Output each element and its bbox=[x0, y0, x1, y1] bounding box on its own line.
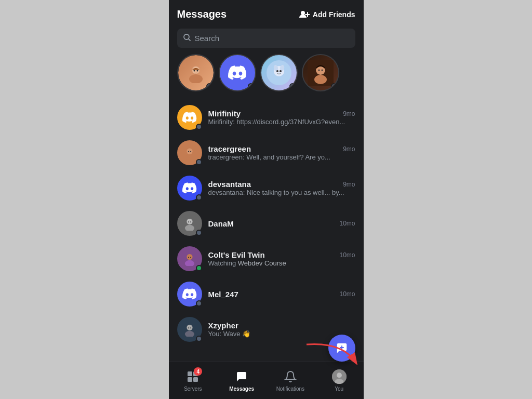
svg-point-28 bbox=[190, 221, 191, 222]
dm-status-dot-colt bbox=[196, 265, 202, 271]
discord-logo-icon bbox=[228, 65, 247, 80]
dm-content-mel: Mel_247 10mo bbox=[208, 290, 355, 299]
story-row bbox=[169, 54, 364, 100]
dm-item-devsantana[interactable]: devsantana 9mo devsantana: Nice talking … bbox=[169, 170, 364, 206]
dm-preview-xzypher: You: Wave 👋 bbox=[208, 330, 355, 338]
add-friends-icon bbox=[299, 10, 310, 19]
phone-container: Messages Add Friends Search bbox=[169, 0, 364, 399]
svg-point-14 bbox=[276, 70, 278, 72]
dm-name-mirifinity: Mirifinity bbox=[208, 109, 241, 118]
svg-point-7 bbox=[192, 66, 200, 74]
nav-label-you: You bbox=[335, 386, 343, 392]
svg-point-20 bbox=[321, 70, 323, 71]
dm-preview-colt-watching: Watching bbox=[208, 259, 236, 267]
dm-name-tracergreen: tracergreen bbox=[208, 144, 251, 153]
svg-point-0 bbox=[301, 11, 305, 15]
page-title: Messages bbox=[177, 8, 227, 20]
search-icon bbox=[183, 34, 191, 43]
dm-avatar-mel bbox=[177, 282, 202, 307]
svg-point-19 bbox=[318, 70, 320, 71]
svg-point-32 bbox=[190, 257, 191, 258]
svg-point-25 bbox=[187, 219, 192, 224]
add-friends-button[interactable]: Add Friends bbox=[299, 10, 355, 19]
dm-preview-colt: Watching Webdev Course bbox=[208, 259, 355, 267]
nav-icon-you bbox=[332, 369, 347, 384]
svg-point-8 bbox=[193, 70, 195, 72]
dm-time-devsantana: 9mo bbox=[343, 181, 355, 188]
nav-item-servers[interactable]: 4 Servers bbox=[177, 369, 208, 392]
dm-content-mirifinity: Mirifinity 9mo Mirifinity: https://disco… bbox=[208, 109, 355, 126]
dm-name-danam: DanaM bbox=[208, 219, 234, 228]
dm-status-dot-danam bbox=[196, 230, 202, 236]
svg-point-23 bbox=[188, 151, 189, 152]
dm-content-devsantana: devsantana 9mo devsantana: Nice talking … bbox=[208, 180, 355, 196]
dm-avatar-xzypher bbox=[177, 317, 202, 342]
nav-icon-messages bbox=[234, 369, 249, 384]
dm-item-danam[interactable]: DanaM 10mo bbox=[169, 206, 364, 241]
nav-item-you[interactable]: You bbox=[324, 369, 355, 392]
dm-status-dot-xzypher bbox=[196, 336, 202, 342]
story-avatar-2[interactable] bbox=[219, 54, 256, 91]
svg-rect-43 bbox=[193, 377, 198, 382]
story-avatar-3[interactable] bbox=[260, 54, 298, 91]
dm-name-colt: Colt's Evil Twin bbox=[208, 250, 265, 259]
svg-rect-40 bbox=[188, 371, 192, 376]
dm-avatar-colt bbox=[177, 246, 202, 271]
svg-point-27 bbox=[188, 221, 189, 222]
svg-point-24 bbox=[190, 151, 191, 152]
dm-item-mirifinity[interactable]: Mirifinity 9mo Mirifinity: https://disco… bbox=[169, 100, 364, 135]
svg-point-30 bbox=[184, 260, 194, 266]
dm-preview-devsantana: devsantana: Nice talking to you as well.… bbox=[208, 189, 355, 196]
dm-status-dot-mel bbox=[196, 300, 202, 307]
add-friends-label: Add Friends bbox=[313, 10, 355, 19]
svg-point-22 bbox=[184, 155, 194, 161]
story-dot-4 bbox=[331, 83, 337, 89]
svg-point-29 bbox=[187, 254, 192, 260]
new-dm-fab[interactable] bbox=[328, 335, 355, 362]
svg-point-9 bbox=[196, 70, 198, 72]
dm-time-mirifinity: 9mo bbox=[343, 110, 355, 117]
dm-time-danam: 10mo bbox=[339, 220, 355, 227]
servers-badge: 4 bbox=[194, 367, 202, 376]
dm-preview-tracergreen: tracergreen: Well, and yourself? Are yo.… bbox=[208, 153, 355, 161]
dm-content-xzypher: Xzypher You: Wave 👋 bbox=[208, 321, 355, 338]
svg-point-18 bbox=[314, 75, 327, 84]
dm-content-colt: Colt's Evil Twin 10mo Watching Webdev Co… bbox=[208, 250, 355, 267]
svg-point-21 bbox=[187, 149, 192, 154]
story-avatar-4[interactable] bbox=[302, 54, 339, 91]
dm-avatar-mirifinity bbox=[177, 105, 202, 130]
dm-item-mel[interactable]: Mel_247 10mo bbox=[169, 276, 364, 312]
svg-rect-42 bbox=[188, 377, 192, 382]
search-placeholder: Search bbox=[195, 34, 220, 43]
nav-item-messages[interactable]: Messages bbox=[226, 369, 257, 392]
header: Messages Add Friends bbox=[169, 0, 364, 24]
dm-avatar-devsantana bbox=[177, 176, 202, 201]
new-dm-icon bbox=[336, 342, 348, 354]
dm-content-tracergreen: tracergreen 9mo tracergreen: Well, and y… bbox=[208, 144, 355, 161]
dm-item-colt[interactable]: Colt's Evil Twin 10mo Watching Webdev Co… bbox=[169, 241, 364, 276]
dm-name-devsantana: devsantana bbox=[208, 180, 251, 189]
dm-time-tracergreen: 9mo bbox=[343, 145, 355, 153]
search-bar[interactable]: Search bbox=[177, 29, 355, 48]
svg-point-26 bbox=[184, 225, 194, 231]
svg-point-33 bbox=[187, 325, 192, 330]
nav-item-notifications[interactable]: Notifications bbox=[275, 369, 306, 392]
dm-name-mel: Mel_247 bbox=[208, 290, 238, 299]
svg-line-4 bbox=[188, 39, 190, 41]
dm-item-tracergreen[interactable]: tracergreen 9mo tracergreen: Well, and y… bbox=[169, 135, 364, 170]
nav-label-servers: Servers bbox=[184, 386, 202, 392]
dm-preview-mirifinity: Mirifinity: https://discord.gg/37NfUvxG?… bbox=[208, 118, 355, 126]
svg-point-45 bbox=[337, 373, 342, 378]
svg-point-15 bbox=[280, 70, 282, 72]
bottom-nav: 4 Servers Messages Notifications bbox=[169, 362, 364, 399]
dm-name-xzypher: Xzypher bbox=[208, 321, 238, 330]
dm-list: Mirifinity 9mo Mirifinity: https://disco… bbox=[169, 100, 364, 362]
story-avatar-1[interactable] bbox=[177, 54, 215, 91]
dm-preview-colt-bold: Webdev Course bbox=[236, 259, 286, 267]
dm-status-dot-devsantana bbox=[196, 194, 202, 201]
dm-content-danam: DanaM 10mo bbox=[208, 219, 355, 228]
dm-time-colt: 10mo bbox=[339, 251, 355, 259]
svg-point-35 bbox=[188, 327, 189, 328]
dm-status-dot-tracergreen bbox=[196, 159, 202, 165]
story-dot-1 bbox=[206, 83, 212, 89]
